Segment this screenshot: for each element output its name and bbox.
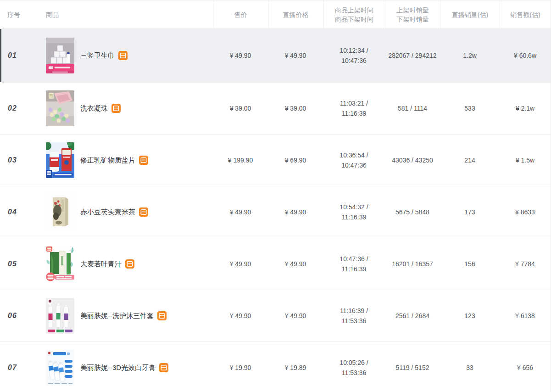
product-image[interactable] xyxy=(46,298,74,334)
col-header-sales: 上架时销量 下架时销量 xyxy=(385,0,440,28)
table-row: 06 美丽肤妮--洗护沐三件套 ¥ 49.90 ¥ 49.90 11:16:39… xyxy=(0,290,551,342)
cell-listing-time: 11:03:21 / 11:16:39 xyxy=(323,98,385,118)
cell-product: 美丽肤妮--3D光效白牙膏 xyxy=(40,350,213,386)
cell-live-price: ¥ 49.90 xyxy=(268,311,323,321)
col-header-sales-line2: 下架时销量 xyxy=(397,15,429,24)
product-image[interactable] xyxy=(46,142,74,178)
cell-price: ¥ 49.90 xyxy=(213,50,268,61)
product-name[interactable]: 大麦若叶青汁 xyxy=(80,259,122,269)
cell-revenue: ¥ 2.1w xyxy=(500,103,551,113)
live-price-value: ¥ 49.90 xyxy=(285,50,306,61)
cell-sales: 581 / 1114 xyxy=(385,103,440,113)
cell-live-sales: 214 xyxy=(440,155,500,165)
product-image[interactable] xyxy=(46,38,74,73)
shop-icon[interactable] xyxy=(139,207,148,217)
delisting-time: 10:47:36 xyxy=(341,160,367,170)
cell-product: 三竖卫生巾 xyxy=(40,38,213,73)
shop-icon[interactable] xyxy=(125,259,134,269)
product-name[interactable]: 赤小豆芡实薏米茶 xyxy=(80,207,135,217)
live-sales-value: 533 xyxy=(464,103,475,113)
cell-live-price: ¥ 49.90 xyxy=(268,50,323,61)
col-header-live-sales: 直播销量(估) xyxy=(440,0,500,28)
cell-revenue: ¥ 656 xyxy=(500,363,551,373)
listing-time: 11:16:39 / xyxy=(340,306,368,316)
cell-price: ¥ 49.90 xyxy=(213,259,268,269)
price-value: ¥ 39.00 xyxy=(230,103,251,113)
listing-time: 10:54:32 / xyxy=(340,202,368,212)
cell-live-price: ¥ 49.90 xyxy=(268,259,323,269)
product-image[interactable] xyxy=(46,350,74,386)
delisting-time: 11:16:39 xyxy=(342,108,366,118)
listing-time: 10:05:26 / xyxy=(340,358,368,368)
col-header-product-label: 商品 xyxy=(46,10,59,19)
product-name[interactable]: 美丽肤妮--洗护沐三件套 xyxy=(80,311,154,321)
cell-price: ¥ 199.90 xyxy=(213,155,268,165)
product-name[interactable]: 美丽肤妮--3D光效白牙膏 xyxy=(80,363,156,373)
shop-icon[interactable] xyxy=(111,104,121,113)
product-image[interactable] xyxy=(46,194,74,230)
product-image[interactable] xyxy=(46,90,74,126)
price-value: ¥ 49.90 xyxy=(230,207,251,217)
live-price-value: ¥ 49.90 xyxy=(285,259,306,269)
cell-index: 05 xyxy=(0,259,40,269)
cell-index: 04 xyxy=(0,207,40,217)
live-price-value: ¥ 49.90 xyxy=(285,207,306,217)
sales-range: 2561 / 2684 xyxy=(395,311,429,321)
cell-product: 大麦若叶青汁 xyxy=(40,246,213,282)
cell-listing-time: 10:47:36 / 11:16:39 xyxy=(323,254,385,274)
product-name[interactable]: 洗衣凝珠 xyxy=(80,103,108,113)
cell-live-price: ¥ 69.90 xyxy=(268,155,323,165)
col-header-live-price: 直播价格 xyxy=(268,0,323,28)
table-row: 07 美丽肤妮--3D光效白牙膏 ¥ 19.90 ¥ 19.89 10:05:2… xyxy=(0,342,551,392)
col-header-price: 售价 xyxy=(213,0,268,28)
price-value: ¥ 49.90 xyxy=(230,50,251,61)
cell-listing-time: 11:16:39 / 11:53:36 xyxy=(323,306,385,326)
listing-time: 10:12:34 / xyxy=(340,45,368,56)
table-body: 01 三竖卫生巾 ¥ 49.90 ¥ 49.90 10:12:34 / 10:4… xyxy=(0,29,551,392)
delisting-time: 11:53:36 xyxy=(342,368,366,378)
cell-product: 修正乳矿物质盐片 xyxy=(40,142,213,178)
col-header-revenue: 销售额(估) xyxy=(500,0,551,28)
product-name[interactable]: 修正乳矿物质盐片 xyxy=(80,155,135,165)
product-name[interactable]: 三竖卫生巾 xyxy=(80,50,115,61)
cell-sales: 5675 / 5848 xyxy=(385,207,440,217)
shop-icon[interactable] xyxy=(139,156,148,165)
product-image[interactable] xyxy=(46,246,74,282)
shop-icon[interactable] xyxy=(118,51,128,60)
col-header-index-label: 序号 xyxy=(7,10,20,19)
live-sales-value: 1.2w xyxy=(463,50,477,61)
cell-price: ¥ 49.90 xyxy=(213,207,268,217)
live-price-value: ¥ 19.89 xyxy=(285,363,306,373)
cell-live-sales: 533 xyxy=(440,103,500,113)
shop-icon[interactable] xyxy=(157,311,167,320)
revenue-value: ¥ 6138 xyxy=(515,311,535,321)
listing-time: 10:36:54 / xyxy=(340,150,368,160)
col-header-live-sales-label: 直播销量(估) xyxy=(452,10,488,19)
live-sales-value: 173 xyxy=(464,207,475,217)
col-header-listing-time-line2: 商品下架时间 xyxy=(335,15,373,24)
live-sales-value: 123 xyxy=(464,311,475,321)
row-index: 07 xyxy=(8,363,17,373)
col-header-revenue-label: 销售额(估) xyxy=(510,10,540,19)
delisting-time: 11:53:36 xyxy=(342,316,366,326)
cell-price: ¥ 49.90 xyxy=(213,311,268,321)
table-row: 03 修正乳矿物质盐片 ¥ 199.90 ¥ 69.90 10:36:54 / … xyxy=(0,134,551,186)
listing-time: 10:47:36 / xyxy=(340,254,368,264)
row-index: 04 xyxy=(8,207,17,217)
revenue-value: ¥ 7784 xyxy=(515,259,535,269)
delisting-time: 11:16:39 xyxy=(342,264,366,274)
table-row: 04 赤小豆芡实薏米茶 ¥ 49.90 ¥ 49.90 10:54:32 / 1… xyxy=(0,186,551,238)
sales-range: 5119 / 5152 xyxy=(396,363,429,373)
live-sales-value: 33 xyxy=(466,363,473,373)
cell-sales: 16201 / 16357 xyxy=(385,259,440,269)
price-value: ¥ 49.90 xyxy=(230,311,251,321)
col-header-listing-time: 商品上架时间 商品下架时间 xyxy=(323,0,385,28)
cell-product: 洗衣凝珠 xyxy=(40,90,213,126)
shop-icon[interactable] xyxy=(159,363,168,372)
cell-live-price: ¥ 19.89 xyxy=(268,363,323,373)
cell-sales: 2561 / 2684 xyxy=(385,311,440,321)
revenue-value: ¥ 60.6w xyxy=(514,50,536,61)
sales-range: 282067 / 294212 xyxy=(388,50,436,61)
sales-range: 581 / 1114 xyxy=(398,103,427,113)
table-header: 序号 商品 售价 直播价格 商品上架时间 商品下架时间 上架时销量 下架时销量 … xyxy=(0,0,551,29)
